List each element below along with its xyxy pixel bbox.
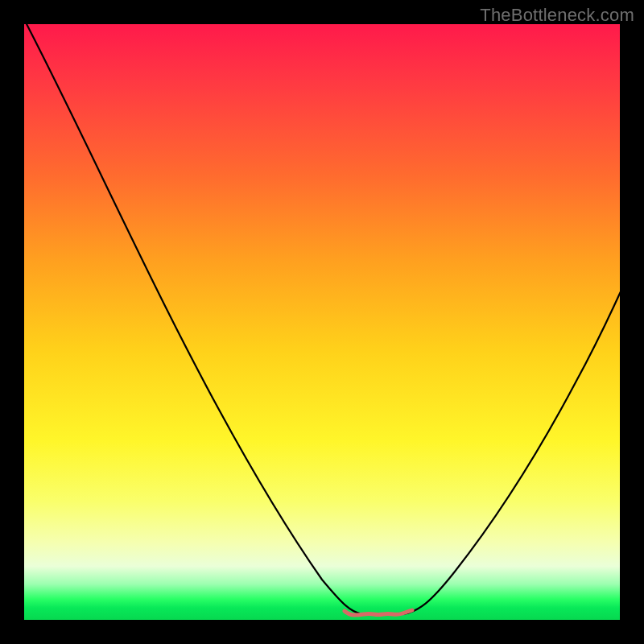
watermark-text: TheBottleneck.com xyxy=(480,5,634,26)
curve-layer xyxy=(24,24,620,620)
bottleneck-curve xyxy=(24,24,620,614)
chart-frame: TheBottleneck.com xyxy=(0,0,644,644)
plot-area xyxy=(24,24,620,620)
